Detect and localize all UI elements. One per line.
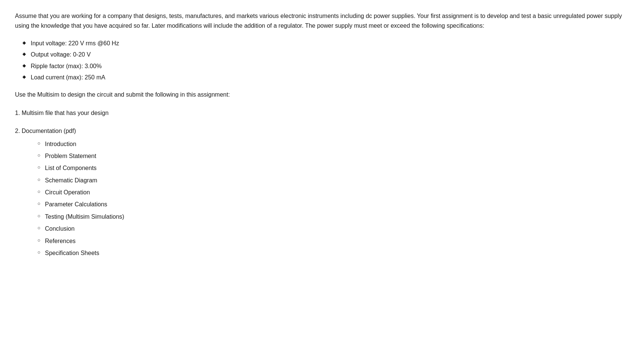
sub-item-problem-statement: Problem Statement xyxy=(37,151,627,161)
page-container: Assume that you are working for a compan… xyxy=(0,0,642,364)
spec-item-4: Load current (max): 250 mA xyxy=(22,73,627,82)
sub-item-schematic-diagram: Schematic Diagram xyxy=(37,176,627,185)
spec-item-1: Input voltage: 220 V rms @60 Hz xyxy=(22,39,627,48)
sub-item-testing: Testing (Multisim Simulations) xyxy=(37,212,627,222)
sub-item-parameter-calculations: Parameter Calculations xyxy=(37,200,627,209)
sub-item-circuit-operation: Circuit Operation xyxy=(37,188,627,197)
numbered-item-2: 2. Documentation (pdf) Introduction Prob… xyxy=(15,126,627,258)
sub-item-introduction: Introduction xyxy=(37,139,627,149)
spec-item-3: Ripple factor (max): 3.00% xyxy=(22,61,627,71)
specs-list: Input voltage: 220 V rms @60 Hz Output v… xyxy=(22,39,627,83)
documentation-sub-list: Introduction Problem Statement List of C… xyxy=(37,139,627,258)
numbered-item-1: 1. Multisim file that has your design xyxy=(15,108,627,118)
intro-paragraph: Assume that you are working for a compan… xyxy=(15,11,627,31)
use-paragraph: Use the Multisim to design the circuit a… xyxy=(15,90,627,100)
sub-item-references: References xyxy=(37,236,627,246)
sub-item-list-of-components: List of Components xyxy=(37,163,627,173)
sub-item-specification-sheets: Specification Sheets xyxy=(37,248,627,258)
spec-item-2: Output voltage: 0-20 V xyxy=(22,50,627,60)
sub-item-conclusion: Conclusion xyxy=(37,224,627,234)
